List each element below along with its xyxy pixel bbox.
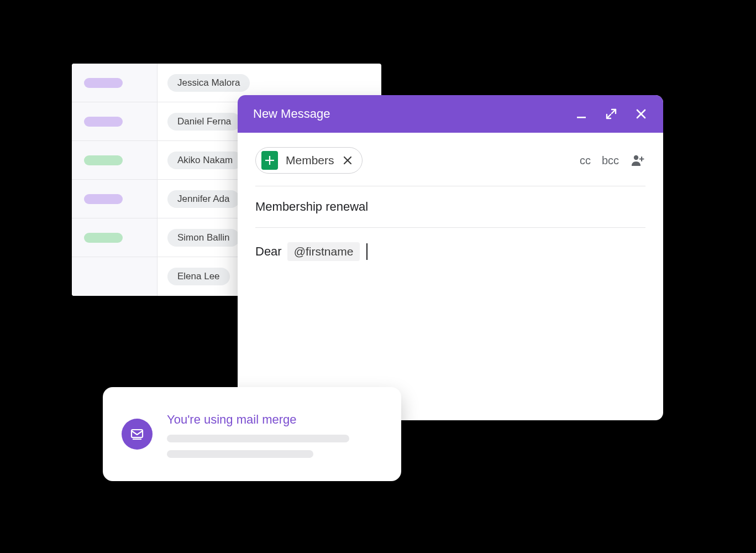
status-cell	[72, 218, 158, 257]
svg-rect-12	[132, 430, 143, 437]
name-chip[interactable]: Simon Ballin	[167, 229, 240, 247]
status-cell	[72, 257, 158, 296]
status-cell	[72, 180, 158, 218]
placeholder-line	[167, 450, 313, 458]
status-cell	[72, 102, 158, 140]
name-chip[interactable]: Jennifer Ada	[167, 190, 240, 208]
status-pill	[84, 155, 123, 165]
status-pill	[84, 233, 123, 243]
add-recipient-icon[interactable]	[630, 153, 645, 168]
status-pill	[84, 194, 123, 204]
status-cell	[72, 64, 158, 102]
status-pill	[84, 117, 123, 127]
sheets-icon	[261, 151, 278, 170]
notification-title: You're using mail merge	[167, 413, 382, 427]
status-pill	[84, 78, 123, 88]
mail-merge-icon	[122, 419, 153, 450]
name-chip[interactable]: Daniel Ferna	[167, 113, 241, 131]
recipients-row[interactable]: Members cc bcc	[255, 133, 645, 186]
placeholder-line	[167, 435, 349, 442]
remove-recipient-icon[interactable]	[342, 155, 353, 166]
expand-icon[interactable]	[605, 107, 618, 121]
recipient-chip[interactable]: Members	[255, 147, 363, 174]
text-cursor	[366, 243, 368, 260]
name-chip[interactable]: Jessica Malora	[167, 74, 250, 92]
minimize-icon[interactable]	[575, 107, 588, 121]
svg-rect-11	[639, 158, 644, 159]
recipient-chip-label: Members	[286, 154, 334, 167]
svg-point-9	[634, 155, 638, 160]
mail-merge-notification: You're using mail merge	[103, 387, 401, 481]
svg-rect-0	[577, 117, 586, 118]
compose-title: New Message	[253, 107, 575, 121]
name-chip[interactable]: Elena Lee	[167, 268, 230, 285]
compose-header: New Message	[238, 95, 663, 133]
close-icon[interactable]	[634, 107, 648, 121]
status-cell	[72, 141, 158, 179]
name-chip[interactable]: Akiko Nakam	[167, 152, 243, 169]
message-body[interactable]: Dear @firstname	[255, 228, 645, 261]
compose-window: New Message	[238, 95, 663, 420]
cc-button[interactable]: cc	[580, 154, 591, 167]
subject-input[interactable]: Membership renewal	[255, 186, 645, 228]
merge-tag[interactable]: @firstname	[287, 242, 360, 261]
body-text: Dear	[255, 244, 282, 259]
bcc-button[interactable]: bcc	[602, 154, 619, 167]
